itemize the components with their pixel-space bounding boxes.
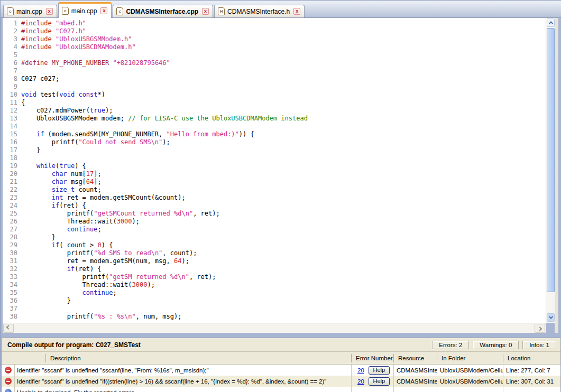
code-line[interactable]: 26 Thread::wait(3000); — [3, 218, 546, 226]
code-line[interactable]: 37 — [3, 305, 546, 313]
code-text — [17, 83, 21, 91]
code-text: size_t count; — [17, 186, 102, 194]
code-line[interactable]: 21 char msg[64]; — [3, 178, 546, 186]
code-line[interactable]: 16 printf("Could not send SMS\n"); — [3, 138, 546, 146]
column-resource[interactable]: Resource — [394, 354, 437, 362]
tab-close-icon[interactable]: x — [293, 8, 300, 15]
code-text: #include "C027.h" — [17, 27, 86, 35]
horizontal-scrollbar[interactable] — [3, 323, 546, 333]
code-line[interactable]: 4#include "UbloxUSBCDMAModem.h" — [3, 43, 546, 51]
code-line[interactable]: 24 if(ret) { — [3, 202, 546, 210]
code-line[interactable]: 34 Thread::wait(3000); — [3, 281, 546, 289]
code-line[interactable]: 18 — [3, 154, 546, 162]
code-text: Thread::wait(3000); — [17, 218, 140, 226]
code-line[interactable]: 38 printf("%s : %s\n", num, msg); — [3, 313, 546, 321]
code-line[interactable]: 9 — [3, 83, 546, 91]
code-line[interactable]: 1#include "mbed.h" — [3, 20, 546, 27]
code-line[interactable]: 7 — [3, 67, 546, 75]
error-number-link[interactable]: 20 — [357, 367, 364, 374]
code-line[interactable]: 10void test(void const*) — [3, 91, 546, 99]
code-line[interactable]: 30 printf("%d SMS to read\n", count); — [3, 249, 546, 257]
in-folder-cell: UbloxUSBModem/CellularU — [437, 376, 503, 387]
code-line[interactable]: 29 if( count > 0) { — [3, 241, 546, 249]
code-text: } — [17, 234, 56, 241]
code-line[interactable]: 22 size_t count; — [3, 186, 546, 194]
code-line[interactable]: 35 continue; — [3, 289, 546, 297]
code-line[interactable]: 15 if (modem.sendSM(MY_PHONE_NUMBER, "He… — [3, 130, 546, 138]
scroll-up-button[interactable] — [547, 18, 555, 27]
code-line[interactable]: 20 char num[17]; — [3, 170, 546, 178]
line-number: 23 — [3, 194, 17, 202]
tab-label: main.cpp — [16, 8, 42, 15]
compile-row[interactable]: Identifier "sscanf" is undefined "sscanf… — [2, 365, 560, 376]
code-line[interactable]: 13 UbloxUSBGSMModem modem; // for LISA-C… — [3, 115, 546, 123]
code-line[interactable]: 11{ — [3, 99, 546, 107]
column-in-folder[interactable]: In Folder — [437, 354, 503, 362]
code-text: C027 c027; — [17, 75, 59, 83]
vertical-scrollbar-thumb[interactable] — [547, 28, 555, 292]
in-folder-cell — [437, 387, 503, 392]
code-line[interactable]: 3#include "UbloxUSBGSMModem.h" — [3, 35, 546, 43]
code-line[interactable]: 23 int ret = modem.getSMCount(&count); — [3, 194, 546, 202]
code-line[interactable]: 5 — [3, 51, 546, 59]
compile-row[interactable]: Unable to download. Fix the reported err… — [2, 387, 560, 392]
column-severity — [2, 354, 46, 362]
vertical-scrollbar[interactable] — [546, 18, 555, 323]
line-number: 24 — [3, 202, 17, 210]
tab-close-icon[interactable]: x — [100, 7, 107, 14]
code-line[interactable]: 17 } — [3, 146, 546, 154]
code-line[interactable]: 31 ret = modem.getSM(num, msg, 64); — [3, 257, 546, 265]
location-cell: Line: 307, Col: 31 — [503, 376, 560, 387]
code-line[interactable]: 32 if(ret) { — [3, 265, 546, 273]
scroll-right-button[interactable] — [535, 324, 545, 333]
tab-cdmasmsinterface-h[interactable]: H CDMASMSInterface.h x — [214, 5, 305, 17]
code-text: printf("getSM returned %d\n", ret); — [17, 273, 216, 281]
line-number: 36 — [3, 297, 17, 305]
code-line[interactable]: 25 printf("getSMCount returned %d\n", re… — [3, 210, 546, 218]
code-text — [17, 305, 21, 313]
scroll-left-button[interactable] — [3, 324, 14, 333]
code-line[interactable]: 2#include "C027.h" — [3, 27, 546, 35]
error-number-link[interactable]: 20 — [357, 378, 364, 385]
tab-main-cpp-1[interactable]: c main.cpp x — [3, 5, 57, 17]
code-editor[interactable]: 1#include "mbed.h"2#include "C027.h"3#in… — [3, 18, 546, 323]
code-text: printf("%d SMS to read\n", count); — [17, 249, 197, 257]
code-line[interactable]: 33 printf("getSM returned %d\n", ret); — [3, 273, 546, 281]
line-number: 20 — [3, 170, 17, 178]
code-text: printf("%s : %s\n", num, msg); — [17, 313, 181, 321]
status-badges: Errors: 2 Warnings: 0 Infos: 1 — [432, 341, 556, 349]
help-button[interactable]: Help — [369, 377, 390, 386]
column-description[interactable]: Description — [46, 354, 352, 362]
line-number: 34 — [3, 281, 17, 289]
code-text — [17, 123, 21, 130]
code-text: #include "mbed.h" — [17, 20, 86, 27]
column-error-number[interactable]: Error Number — [352, 354, 394, 362]
code-line[interactable]: 8C027 c027; — [3, 75, 546, 83]
line-number: 13 — [3, 115, 17, 123]
code-line[interactable]: 6#define MY_PHONE_NUMBER "+821028795646" — [3, 59, 546, 67]
code-line[interactable]: 19 while(true) { — [3, 162, 546, 170]
line-number: 15 — [3, 130, 17, 138]
severity-cell — [2, 376, 15, 387]
code-line[interactable]: 36 } — [3, 297, 546, 305]
tab-close-icon[interactable]: x — [46, 8, 53, 15]
code-text: char num[17]; — [17, 170, 102, 178]
line-number: 31 — [3, 257, 17, 265]
tab-close-icon[interactable]: x — [202, 8, 209, 15]
code-text: if(ret) { — [17, 202, 86, 210]
column-location[interactable]: Location — [503, 354, 560, 362]
cpp-file-icon: c — [62, 7, 69, 15]
code-line[interactable]: 14 — [3, 123, 546, 130]
tab-cdmasmsinterface-cpp[interactable]: c CDMASMSInterface.cpp x — [113, 5, 213, 17]
error-number-cell: 20Help — [352, 365, 394, 376]
compile-row[interactable]: Identifier "sscanf" is undefined "if((st… — [2, 376, 560, 387]
tab-main-cpp-2[interactable]: c main.cpp x — [58, 2, 112, 18]
tab-label: CDMASMSInterface.cpp — [126, 8, 198, 15]
line-number: 37 — [3, 305, 17, 313]
code-line[interactable]: 12 c027.mdmPower(true); — [3, 107, 546, 115]
code-text: #include "UbloxUSBCDMAModem.h" — [17, 43, 136, 51]
code-line[interactable]: 27 continue; — [3, 226, 546, 234]
help-button[interactable]: Help — [369, 366, 390, 375]
code-line[interactable]: 28 } — [3, 234, 546, 241]
scroll-down-button[interactable] — [547, 313, 555, 322]
